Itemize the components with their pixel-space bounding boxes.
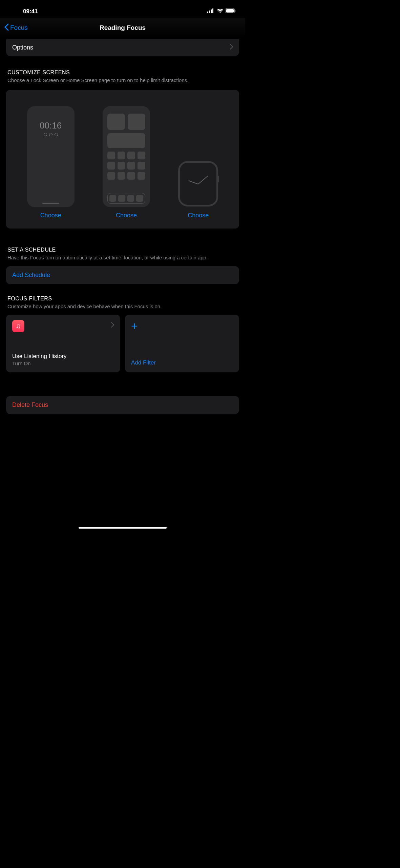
music-icon: ♫	[12, 320, 24, 332]
watch-face-preview[interactable]	[178, 161, 218, 206]
schedule-sub: Have this Focus turn on automatically at…	[7, 254, 238, 261]
nav-bar: Focus Reading Focus	[0, 18, 245, 37]
filters-header: FOCUS FILTERS Customize how your apps an…	[6, 296, 239, 310]
lock-screen-time: 00:16	[40, 120, 62, 131]
chevron-right-icon	[230, 44, 233, 51]
choose-home-button[interactable]: Choose	[116, 212, 137, 219]
options-row[interactable]: Options	[6, 39, 239, 56]
svg-rect-0	[207, 12, 208, 13]
schedule-title: SET A SCHEDULE	[7, 247, 238, 253]
status-icons	[207, 8, 236, 15]
filter-music-card[interactable]: ♫ Use Listening History Turn On	[6, 315, 120, 372]
schedule-header: SET A SCHEDULE Have this Focus turn on a…	[6, 247, 239, 261]
back-label: Focus	[10, 24, 28, 32]
cellular-icon	[207, 8, 215, 15]
lock-screen-preview[interactable]: 00:16	[27, 106, 75, 207]
plus-icon: +	[131, 320, 233, 332]
screens-card: 00:16 Choose Choose Choose	[6, 90, 239, 229]
chevron-right-icon	[111, 322, 114, 329]
chevron-left-icon	[4, 23, 9, 33]
svg-rect-3	[212, 8, 213, 13]
add-filter-label: Add Filter	[131, 359, 233, 366]
status-time: 09:41	[23, 8, 38, 15]
filter-music-sub: Turn On	[12, 360, 114, 366]
filter-music-title: Use Listening History	[12, 353, 114, 360]
home-indicator[interactable]	[79, 527, 167, 529]
customize-sub: Choose a Lock Screen or Home Screen page…	[7, 77, 238, 84]
options-label: Options	[12, 44, 33, 51]
battery-icon	[226, 8, 236, 15]
back-button[interactable]: Focus	[4, 23, 28, 33]
svg-rect-1	[209, 11, 210, 13]
choose-lock-button[interactable]: Choose	[40, 212, 61, 219]
lock-widgets-icon	[44, 133, 58, 136]
page-title: Reading Focus	[100, 24, 146, 32]
svg-rect-6	[235, 10, 235, 12]
customize-title: CUSTOMIZE SCREENS	[7, 70, 238, 76]
add-filter-card[interactable]: + Add Filter	[125, 315, 239, 372]
filters-sub: Customize how your apps and device behav…	[7, 303, 238, 310]
choose-watch-button[interactable]: Choose	[188, 212, 209, 219]
svg-rect-5	[226, 9, 234, 13]
home-screen-preview[interactable]	[103, 106, 150, 207]
status-bar: 09:41	[0, 0, 245, 18]
filters-title: FOCUS FILTERS	[7, 296, 238, 302]
svg-rect-2	[211, 9, 212, 13]
add-schedule-button[interactable]: Add Schedule	[6, 266, 239, 284]
delete-focus-button[interactable]: Delete Focus	[6, 396, 239, 414]
wifi-icon	[217, 8, 224, 15]
customize-header: CUSTOMIZE SCREENS Choose a Lock Screen o…	[6, 70, 239, 84]
